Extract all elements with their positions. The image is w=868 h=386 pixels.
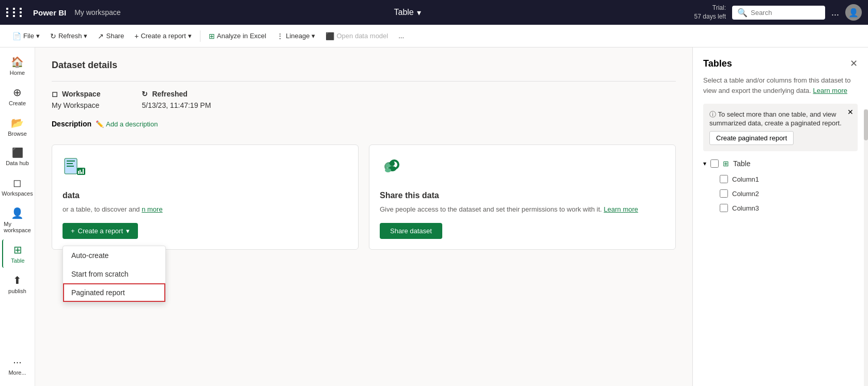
create-report-card: data or a table, to discover and n more …	[52, 144, 359, 250]
description-label: Description	[52, 120, 91, 128]
page-title: Dataset details	[52, 60, 676, 71]
create-report-toolbar-label: Create a report	[141, 32, 185, 40]
table-icon: ⊞	[13, 244, 22, 256]
sidebar-item-browse[interactable]: 📂 Browse	[2, 112, 33, 141]
refreshed-section: ↻ Refreshed 5/13/23, 11:47:19 PM	[142, 90, 211, 109]
svg-rect-3	[67, 166, 74, 167]
search-input[interactable]	[751, 9, 818, 17]
create-card-desc: or a table, to discover and n more	[63, 204, 348, 215]
table-checkbox[interactable]	[710, 159, 719, 168]
share-icon: ↗	[98, 32, 104, 40]
sidebar-item-workspaces[interactable]: ◻ Workspaces	[2, 172, 33, 201]
workspace-label: ◻ Workspace	[52, 90, 100, 98]
lineage-chevron: ▾	[312, 32, 315, 40]
analyze-excel-button[interactable]: ⊞ Analyze in Excel	[205, 30, 270, 42]
topbar: Power BI My workspace Table ▾ Trial: 57 …	[0, 0, 868, 25]
myworkspace-icon: 👤	[11, 207, 24, 219]
collapse-table-button[interactable]: ▾	[703, 160, 706, 167]
column-item-1: Column1	[703, 172, 858, 186]
svg-rect-8	[83, 169, 84, 174]
column2-checkbox[interactable]	[720, 189, 728, 198]
table-dropdown-button[interactable]: Table ▾	[394, 8, 421, 18]
sidebar-label-publish: publish	[8, 288, 26, 294]
table-dropdown-label: Table	[394, 8, 414, 17]
svg-rect-5	[78, 171, 79, 174]
table-name-label: Table	[733, 159, 750, 168]
topbar-more-button[interactable]: ...	[831, 7, 839, 18]
add-description-button[interactable]: ✏️ Add a description	[96, 120, 158, 128]
table-section: ▾ ⊞ Table Column1 Column2 Column3	[703, 159, 858, 215]
dropdown-item-paginated[interactable]: Paginated report	[63, 283, 165, 302]
svg-point-15	[386, 164, 390, 168]
sidebar-item-publish[interactable]: ⬆ publish	[2, 270, 33, 298]
workspace-icon: ◻	[52, 90, 58, 98]
share-dataset-button[interactable]: Share dataset	[380, 223, 442, 239]
panel-close-button[interactable]: ✕	[850, 58, 858, 69]
divider	[52, 81, 676, 82]
refreshed-value: 5/13/23, 11:47:19 PM	[142, 101, 211, 109]
sidebar-label-create: Create	[9, 100, 26, 106]
create-card-link[interactable]: n more	[142, 205, 162, 213]
svg-point-16	[385, 168, 391, 172]
svg-point-13	[390, 161, 395, 166]
share-card-icon	[380, 155, 665, 185]
sidebar-item-table[interactable]: ⊞ Table	[2, 239, 33, 268]
panel-description: Select a table and/or columns from this …	[703, 75, 858, 95]
dropdown-item-scratch[interactable]: Start from scratch	[63, 265, 165, 283]
home-icon: 🏠	[11, 56, 24, 68]
create-card-title: data	[63, 191, 348, 200]
workspace-value: My Workspace	[52, 101, 100, 109]
info-box-close-button[interactable]: ✕	[847, 108, 854, 116]
scrollbar-track	[864, 109, 868, 386]
sidebar-item-create[interactable]: ⊕ Create	[2, 82, 33, 110]
dropdown-item-autocreate[interactable]: Auto-create	[63, 246, 165, 265]
open-model-label: Open data model	[336, 32, 388, 40]
sidebar-label-myworkspace: My workspace	[4, 221, 31, 233]
sidebar-item-home[interactable]: 🏠 Home	[2, 52, 33, 80]
sidebar-item-myworkspace[interactable]: 👤 My workspace	[2, 203, 33, 237]
create-report-toolbar-button[interactable]: + Create a report ▾	[130, 30, 196, 42]
add-description-label: Add a description	[106, 120, 158, 128]
details-row: ◻ Workspace My Workspace ↻ Refreshed 5/1…	[52, 90, 676, 109]
create-report-btn-label: Create a report	[78, 227, 123, 235]
share-button[interactable]: ↗ Share	[94, 30, 128, 42]
sidebar-label-home: Home	[10, 70, 25, 76]
sidebar-item-more[interactable]: ··· More...	[2, 352, 33, 380]
plus-icon: +	[71, 227, 75, 235]
sidebar-item-datahub[interactable]: ⬛ Data hub	[2, 143, 33, 170]
sidebar-label-browse: Browse	[8, 131, 27, 137]
create-icon: ⊕	[13, 86, 22, 99]
scrollbar-thumb[interactable]	[864, 109, 868, 140]
toolbar: 📄 File ▾ ↻ Refresh ▾ ↗ Share + Create a …	[0, 25, 868, 47]
main-layout: 🏠 Home ⊕ Create 📂 Browse ⬛ Data hub ◻ Wo…	[0, 47, 868, 386]
right-panel: Tables ✕ Select a table and/or columns f…	[692, 47, 868, 386]
search-box[interactable]: 🔍	[732, 6, 825, 20]
file-icon: 📄	[12, 32, 21, 40]
trial-info: Trial: 57 days left	[694, 4, 726, 21]
share-card-link[interactable]: Learn more	[604, 205, 638, 213]
lineage-button[interactable]: ⋮ Lineage ▾	[272, 30, 319, 42]
column1-checkbox[interactable]	[720, 175, 728, 183]
create-paginated-report-button[interactable]: Create paginated report	[709, 131, 794, 145]
table-section-header: ▾ ⊞ Table	[703, 159, 858, 168]
refreshed-label: ↻ Refreshed	[142, 90, 211, 98]
column3-checkbox[interactable]	[720, 204, 728, 212]
toolbar-more-button[interactable]: ...	[394, 30, 408, 42]
workspaces-icon: ◻	[13, 176, 22, 189]
refresh-icon: ↻	[50, 32, 56, 40]
column-item-2: Column2	[703, 186, 858, 201]
refresh-small-icon: ↻	[142, 90, 148, 98]
create-report-button[interactable]: + Create a report ▾	[63, 223, 138, 239]
edit-icon: ✏️	[96, 120, 104, 128]
panel-learn-more-link[interactable]: Learn more	[813, 87, 847, 94]
svg-rect-1	[67, 160, 75, 162]
avatar[interactable]: 👤	[845, 4, 862, 21]
svg-rect-6	[80, 170, 81, 174]
file-button[interactable]: 📄 File ▾	[8, 30, 44, 42]
excel-icon: ⊞	[209, 32, 215, 40]
refresh-button[interactable]: ↻ Refresh ▾	[46, 30, 92, 42]
table-grid-icon: ⊞	[723, 159, 729, 168]
open-model-button[interactable]: ⬛ Open data model	[321, 30, 392, 42]
refresh-chevron: ▾	[84, 32, 87, 40]
apps-grid-icon[interactable]	[6, 8, 25, 17]
